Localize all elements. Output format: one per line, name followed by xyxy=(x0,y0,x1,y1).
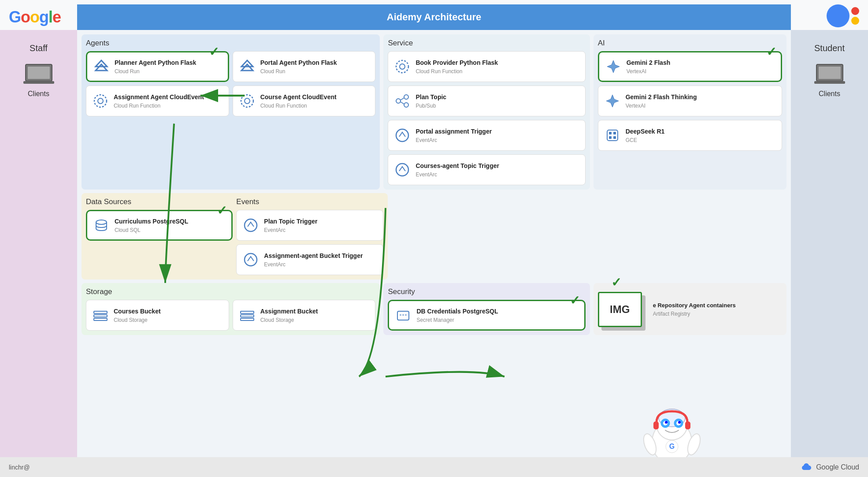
plan-topic-card: Plan Topic Pub/Sub xyxy=(388,86,585,116)
portal-trigger-subtitle: EventArc xyxy=(415,137,579,143)
courses-trigger-text: Courses-agent Topic Trigger EventArc xyxy=(415,162,579,177)
svg-rect-27 xyxy=(613,136,616,139)
svg-rect-23 xyxy=(607,130,618,141)
assistant-circle xyxy=(827,4,849,27)
svg-text:G: G xyxy=(669,443,675,450)
assignment-bucket-card: Assignment Bucket Cloud Storage xyxy=(233,300,376,331)
assignment-bucket-trigger-card: Assignment-agent Bucket Trigger EventArc xyxy=(236,244,383,275)
portal-agent-card: Portal Agent Python Flask Cloud Run xyxy=(233,51,376,82)
agents-panel: Agents ✓ xyxy=(82,34,380,190)
portal-trigger-text: Portal assignment Trigger EventArc xyxy=(415,127,579,143)
curriculums-icon xyxy=(93,216,110,234)
courses-bucket-icon xyxy=(92,306,109,324)
assignment-bucket-trigger-text: Assignment-agent Bucket Trigger EventArc xyxy=(264,252,377,267)
courses-trigger-card: Courses-agent Topic Trigger EventArc xyxy=(388,154,585,185)
dot-yellow xyxy=(851,17,859,25)
plan-topic-trigger-icon xyxy=(242,216,260,234)
svg-point-17 xyxy=(404,95,408,99)
curriculums-subtitle: Cloud SQL xyxy=(115,227,226,233)
laptop-icon-left xyxy=(23,62,54,86)
svg-point-11 xyxy=(98,98,103,104)
user-email: linchr@ xyxy=(9,464,30,471)
bottom-bar: linchr@ Google Cloud xyxy=(0,457,868,477)
plan-topic-trigger-subtitle: EventArc xyxy=(264,227,377,233)
dot-red xyxy=(851,7,859,15)
plan-topic-title: Plan Topic xyxy=(415,93,579,101)
book-provider-text: Book Provider Python Flask Cloud Run Fun… xyxy=(415,59,579,74)
gemini-thinking-subtitle: VertexAI xyxy=(626,103,776,109)
plan-topic-text: Plan Topic Pub/Sub xyxy=(415,93,579,108)
plan-topic-subtitle: Pub/Sub xyxy=(415,103,579,109)
header-bar: Aidemy Architecture xyxy=(77,4,791,30)
deepseek-icon xyxy=(604,127,621,144)
assignment-bucket-title: Assignment Bucket xyxy=(260,307,370,315)
sidebar-left-title: Staff xyxy=(30,43,48,53)
deepseek-card: DeepSeek R1 GCE xyxy=(598,120,782,151)
svg-point-30 xyxy=(245,253,257,266)
portal-trigger-icon xyxy=(393,127,411,144)
assignment-bucket-text: Assignment Bucket Cloud Storage xyxy=(260,307,370,323)
plan-topic-trigger-title: Plan Topic Trigger xyxy=(264,217,377,225)
artifact-text: e Repository Agent containers Artifact R… xyxy=(653,302,736,317)
svg-point-18 xyxy=(404,103,408,107)
gemini-flash-title: Gemini 2 Flash xyxy=(627,59,775,67)
staff-client-icon: Clients xyxy=(23,62,54,98)
svg-point-29 xyxy=(245,219,257,231)
artifact-panel: IMG e Repository Agent containers Artifa… xyxy=(594,283,786,335)
checkmark-security: ✓ xyxy=(570,293,580,308)
student-client-icon: Clients xyxy=(814,62,845,98)
svg-rect-33 xyxy=(94,318,107,320)
svg-rect-49 xyxy=(685,421,690,429)
plan-topic-icon xyxy=(393,92,411,110)
sidebar-right-title: Student xyxy=(814,43,845,53)
artifact-img-box: IMG xyxy=(598,292,642,327)
artifact-subtitle: Artifact Registry xyxy=(653,311,736,317)
svg-rect-31 xyxy=(94,311,107,313)
ai-title: AI xyxy=(598,39,782,48)
portal-trigger-title: Portal assignment Trigger xyxy=(415,127,579,135)
deepseek-subtitle: GCE xyxy=(626,137,776,143)
portal-text: Portal Agent Python Flask Cloud Run xyxy=(260,59,370,74)
deepseek-title: DeepSeek R1 xyxy=(626,127,776,135)
svg-rect-26 xyxy=(609,136,612,139)
header-title: Aidemy Architecture xyxy=(387,11,481,22)
svg-line-20 xyxy=(401,102,404,104)
db-credentials-subtitle: Secret Manager xyxy=(416,317,579,323)
google-logo: Google xyxy=(9,8,61,26)
db-credentials-card: ✓ *** DB Credentials PostgreSQL Secret M… xyxy=(388,300,585,331)
gemini-flash-subtitle: VertexAI xyxy=(627,68,775,75)
courses-bucket-title: Courses Bucket xyxy=(114,307,223,315)
laptop-icon-right xyxy=(814,62,845,86)
svg-line-19 xyxy=(401,98,404,100)
svg-point-28 xyxy=(96,220,107,224)
service-panel-top: Service Book Provider Python Flask Clo xyxy=(383,34,590,190)
mid-section: Data Sources ✓ Curriculums PostgreSQL xyxy=(82,193,786,279)
svg-rect-24 xyxy=(609,132,612,134)
assignment-title: Assignment Agent CloudEvent xyxy=(114,93,223,101)
ai-panel: AI ✓ Gemini 2 Flash VertexAI xyxy=(594,34,786,190)
svg-point-16 xyxy=(396,99,401,103)
svg-point-21 xyxy=(396,129,408,142)
gemini-flash-text: Gemini 2 Flash VertexAI xyxy=(627,59,775,74)
storage-panel: Storage Courses Bucket xyxy=(82,283,380,335)
courses-trigger-title: Courses-agent Topic Trigger xyxy=(415,162,579,170)
data-sources-section: Data Sources ✓ Curriculums PostgreSQL xyxy=(86,198,233,275)
assignment-bucket-icon xyxy=(238,306,256,324)
security-title: Security xyxy=(388,287,585,296)
courses-bucket-subtitle: Cloud Storage xyxy=(114,317,223,323)
sidebar-left: Staff Clients xyxy=(0,30,77,466)
staff-client-label: Clients xyxy=(28,90,49,98)
bottom-section: Storage Courses Bucket xyxy=(82,283,786,335)
portal-title: Portal Agent Python Flask xyxy=(260,59,370,67)
assistant-icon xyxy=(827,4,859,27)
data-sources-title: Data Sources xyxy=(86,198,233,206)
curriculums-card: ✓ Curriculums PostgreSQL Cloud SQL xyxy=(86,210,233,241)
planner-icon xyxy=(93,58,110,75)
gemini-thinking-card: Gemini 2 Flash Thinking VertexAI xyxy=(598,86,782,116)
db-credentials-text: DB Credentials PostgreSQL Secret Manager xyxy=(416,307,579,323)
checkmark-db: ✓ xyxy=(217,203,227,218)
curriculums-text: Curriculums PostgreSQL Cloud SQL xyxy=(115,217,226,233)
gemini-thinking-text: Gemini 2 Flash Thinking VertexAI xyxy=(626,93,776,108)
svg-point-12 xyxy=(241,95,253,107)
svg-point-14 xyxy=(396,60,408,73)
